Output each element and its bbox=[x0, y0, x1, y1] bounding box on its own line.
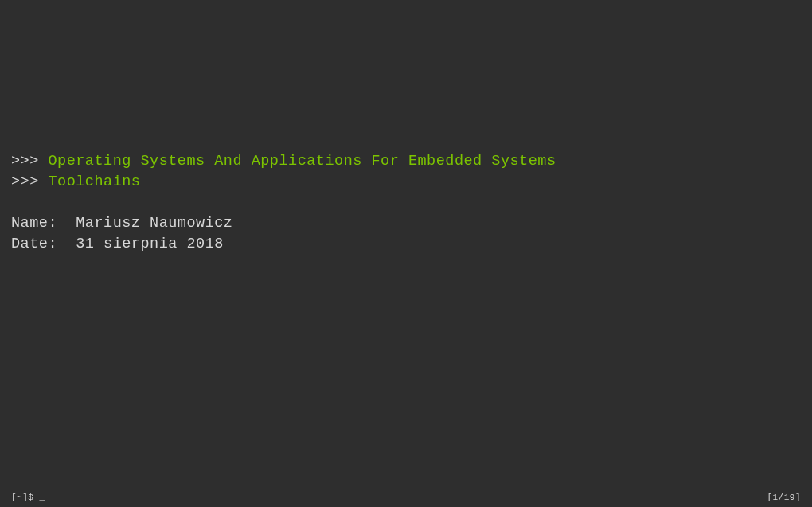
title-text-2: Toolchains bbox=[48, 174, 140, 190]
date-line: Date: 31 sierpnia 2018 bbox=[11, 234, 812, 255]
footer-prompt: [~]$ _ bbox=[11, 493, 45, 502]
slide-content: >>> Operating Systems And Applications F… bbox=[0, 0, 812, 255]
footer: [~]$ _ [1/19] bbox=[0, 493, 812, 502]
name-label: Name: bbox=[11, 215, 76, 232]
prompt-marker: >>> bbox=[11, 174, 48, 190]
page-indicator: [1/19] bbox=[767, 493, 801, 502]
spacer bbox=[11, 193, 812, 213]
title-text-1: Operating Systems And Applications For E… bbox=[48, 153, 556, 170]
prompt-marker: >>> bbox=[11, 153, 48, 170]
date-label: Date: bbox=[11, 236, 76, 252]
title-line-2: >>> Toolchains bbox=[11, 172, 812, 193]
date-value: 31 sierpnia 2018 bbox=[76, 236, 224, 252]
title-line-1: >>> Operating Systems And Applications F… bbox=[11, 151, 812, 172]
name-value: Mariusz Naumowicz bbox=[76, 215, 232, 232]
name-line: Name: Mariusz Naumowicz bbox=[11, 213, 812, 234]
